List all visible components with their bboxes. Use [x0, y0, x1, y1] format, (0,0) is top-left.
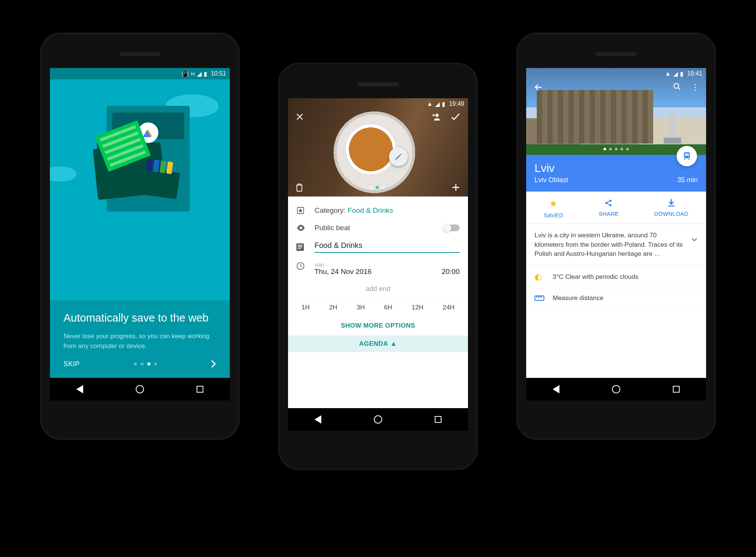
- duration-3h[interactable]: 3H: [356, 304, 365, 311]
- phone-center: ▲ ◢ ▮ 19:49: [280, 64, 476, 469]
- recents-button[interactable]: [197, 386, 203, 393]
- duration-6h[interactable]: 6H: [384, 304, 392, 311]
- agenda-button[interactable]: AGENDA▲: [288, 336, 468, 352]
- status-time: 19:49: [449, 101, 464, 107]
- recents-button[interactable]: [435, 416, 442, 423]
- battery-icon: ▮: [680, 70, 683, 77]
- measure-distance-row[interactable]: Measure distance: [526, 288, 706, 308]
- close-button[interactable]: [296, 113, 304, 121]
- back-button[interactable]: [553, 385, 559, 393]
- phone-right: ▲ ◢ ▮ 19:41 ⋮: [518, 34, 714, 438]
- back-button[interactable]: [314, 415, 321, 424]
- onboarding-text: Automatically save to the web Never lose…: [50, 300, 230, 351]
- skip-button[interactable]: SKIP: [64, 360, 80, 368]
- duration-12h[interactable]: 12H: [412, 304, 423, 311]
- category-value[interactable]: Food & Drinks: [348, 206, 393, 214]
- home-button[interactable]: [612, 385, 620, 393]
- phone-speaker: [119, 52, 161, 56]
- screen-center: ▲ ◢ ▮ 19:49: [288, 98, 468, 431]
- delete-button[interactable]: [296, 183, 303, 192]
- duration-1h[interactable]: 1H: [302, 304, 310, 311]
- star-icon: ★: [549, 198, 558, 209]
- public-toggle[interactable]: [444, 224, 460, 231]
- folder-open-graphic: [135, 167, 180, 200]
- svg-point-11: [299, 226, 302, 229]
- svg-point-4: [688, 156, 689, 158]
- person-add-icon: [431, 113, 441, 121]
- svg-point-0: [674, 84, 679, 88]
- add-photo-button[interactable]: [451, 183, 460, 192]
- category-row[interactable]: Category: Food & Drinks: [288, 202, 468, 219]
- duration-presets: 1H 2H 3H 6H 12H 24H: [288, 299, 468, 316]
- expand-icon[interactable]: [691, 231, 698, 243]
- plus-icon: [451, 183, 460, 192]
- start-time[interactable]: 20:00: [442, 268, 460, 276]
- add-end-button[interactable]: add end: [288, 280, 468, 299]
- name-input[interactable]: Food & Drinks: [314, 241, 460, 253]
- status-bar: ▲ ◢ ▮ 19:41: [526, 68, 706, 79]
- caret-up-icon: ▲: [390, 340, 397, 348]
- confirm-button[interactable]: [451, 113, 460, 121]
- edit-photo-button[interactable]: [389, 147, 408, 166]
- visibility-icon: [296, 225, 306, 231]
- status-time: 19:41: [687, 70, 702, 77]
- search-button[interactable]: [673, 82, 681, 92]
- recents-button[interactable]: [673, 386, 680, 393]
- onboarding-screen: Automatically save to the web Never lose…: [50, 79, 230, 378]
- signal-icon: ◢: [435, 101, 440, 108]
- onboarding-footer: SKIP: [50, 351, 230, 378]
- hero-toolbar: ⋮: [526, 82, 706, 92]
- home-button[interactable]: [136, 385, 144, 393]
- event-form: Category: Food & Drinks Public beat Food…: [288, 196, 468, 408]
- event-photo-header[interactable]: ▲ ◢ ▮ 19:49: [288, 98, 468, 196]
- event-editor: ▲ ◢ ▮ 19:49: [288, 98, 468, 408]
- saved-button[interactable]: ★ SAVED: [544, 198, 563, 218]
- monument-photo: [669, 113, 676, 144]
- android-nav-bar: [526, 378, 706, 401]
- back-button[interactable]: [76, 385, 83, 393]
- show-more-button[interactable]: SHOW MORE OPTIONS: [288, 316, 468, 336]
- check-icon: [451, 113, 460, 121]
- photo-page-dots: [604, 148, 629, 150]
- maps-place-detail: ▲ ◢ ▮ 19:41 ⋮: [526, 68, 706, 378]
- train-icon: [682, 151, 692, 161]
- next-button[interactable]: [211, 360, 216, 368]
- duration-24h[interactable]: 24H: [443, 304, 454, 311]
- weather-icon: ◐: [534, 272, 544, 282]
- screen-left: 📳 H ◢ ▮ 10:51: [50, 68, 230, 401]
- trash-icon: [296, 183, 303, 192]
- network-h-icon: H: [191, 71, 195, 77]
- weather-text: 3°C Clear with periodic clouds: [553, 273, 638, 281]
- place-photo-header[interactable]: ▲ ◢ ▮ 19:41 ⋮: [526, 68, 706, 155]
- share-button[interactable]: SHARE: [599, 198, 619, 218]
- place-description-row[interactable]: Lviv is a city in western Ukraine, aroun…: [526, 224, 706, 266]
- status-bar: ▲ ◢ ▮ 19:49: [288, 98, 468, 110]
- add-person-button[interactable]: [431, 113, 441, 121]
- duration-2h[interactable]: 2H: [329, 304, 337, 311]
- signal-icon: ◢: [197, 70, 201, 77]
- directions-fab[interactable]: [677, 146, 697, 166]
- category-icon: [296, 206, 306, 215]
- search-icon: [673, 82, 681, 91]
- chevron-right-icon: [211, 360, 216, 368]
- weather-row[interactable]: ◐ 3°C Clear with periodic clouds: [526, 266, 706, 288]
- page-dots[interactable]: [134, 362, 157, 365]
- home-button[interactable]: [374, 415, 382, 424]
- action-bar: ★ SAVED SHARE DOWNLOAD: [526, 192, 706, 224]
- svg-point-3: [685, 156, 686, 158]
- start-row[interactable]: start Thu, 24 Nov 2016 20:00: [288, 257, 468, 280]
- wifi-icon: ▲: [427, 101, 433, 107]
- download-label: DOWNLOAD: [654, 210, 688, 217]
- start-label: start: [314, 262, 460, 268]
- clock-icon: [296, 262, 306, 270]
- share-icon: [604, 198, 613, 207]
- onboarding-title: Automatically save to the web: [64, 311, 216, 325]
- wifi-icon: ▲: [665, 70, 671, 77]
- download-button[interactable]: DOWNLOAD: [654, 198, 688, 218]
- phone-speaker: [357, 82, 399, 86]
- overflow-button[interactable]: ⋮: [691, 82, 699, 92]
- start-date[interactable]: Thu, 24 Nov 2016: [314, 268, 372, 276]
- back-button[interactable]: [534, 83, 543, 92]
- measure-text: Measure distance: [553, 294, 603, 302]
- hero-bottom-bar: [288, 183, 468, 192]
